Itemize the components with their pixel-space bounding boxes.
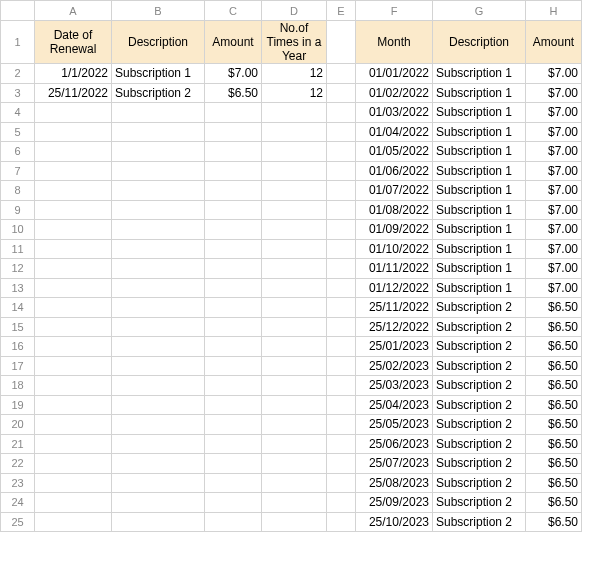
cell-A18[interactable]	[35, 376, 112, 396]
cell-C20[interactable]	[205, 415, 262, 435]
cell-C13[interactable]	[205, 278, 262, 298]
cell-B9[interactable]	[112, 200, 205, 220]
row-header[interactable]: 17	[1, 356, 35, 376]
cell-B11[interactable]	[112, 239, 205, 259]
cell-G19[interactable]: Subscription 2	[433, 395, 526, 415]
cell-D25[interactable]	[262, 512, 327, 532]
cell-B24[interactable]	[112, 493, 205, 513]
cell-D20[interactable]	[262, 415, 327, 435]
cell-D2[interactable]: 12	[262, 64, 327, 84]
cell-E4[interactable]	[327, 103, 356, 123]
col-header-H[interactable]: H	[526, 1, 582, 21]
cell-H11[interactable]: $7.00	[526, 239, 582, 259]
cell-B5[interactable]	[112, 122, 205, 142]
cell-F11[interactable]: 01/10/2022	[356, 239, 433, 259]
cell-D22[interactable]	[262, 454, 327, 474]
cell-F18[interactable]: 25/03/2023	[356, 376, 433, 396]
cell-E21[interactable]	[327, 434, 356, 454]
cell-F17[interactable]: 25/02/2023	[356, 356, 433, 376]
cell-F3[interactable]: 01/02/2022	[356, 83, 433, 103]
cell-D23[interactable]	[262, 473, 327, 493]
cell-H5[interactable]: $7.00	[526, 122, 582, 142]
cell-C3[interactable]: $6.50	[205, 83, 262, 103]
cell-E11[interactable]	[327, 239, 356, 259]
cell-F14[interactable]: 25/11/2022	[356, 298, 433, 318]
cell-H10[interactable]: $7.00	[526, 220, 582, 240]
cell-G23[interactable]: Subscription 2	[433, 473, 526, 493]
cell-A20[interactable]	[35, 415, 112, 435]
cell-C23[interactable]	[205, 473, 262, 493]
spreadsheet-grid[interactable]: A B C D E F G H 1Date of RenewalDescript…	[0, 0, 582, 532]
cell-G24[interactable]: Subscription 2	[433, 493, 526, 513]
cell-A9[interactable]	[35, 200, 112, 220]
cell-E22[interactable]	[327, 454, 356, 474]
cell-C17[interactable]	[205, 356, 262, 376]
cell-C5[interactable]	[205, 122, 262, 142]
cell-A2[interactable]: 1/1/2022	[35, 64, 112, 84]
row-header[interactable]: 23	[1, 473, 35, 493]
cell-A19[interactable]	[35, 395, 112, 415]
cell-E5[interactable]	[327, 122, 356, 142]
cell-F2[interactable]: 01/01/2022	[356, 64, 433, 84]
cell-G1[interactable]: Description	[433, 21, 526, 64]
cell-G22[interactable]: Subscription 2	[433, 454, 526, 474]
cell-F5[interactable]: 01/04/2022	[356, 122, 433, 142]
cell-G18[interactable]: Subscription 2	[433, 376, 526, 396]
cell-F8[interactable]: 01/07/2022	[356, 181, 433, 201]
row-header[interactable]: 9	[1, 200, 35, 220]
cell-D11[interactable]	[262, 239, 327, 259]
cell-B22[interactable]	[112, 454, 205, 474]
cell-D9[interactable]	[262, 200, 327, 220]
cell-C15[interactable]	[205, 317, 262, 337]
cell-G6[interactable]: Subscription 1	[433, 142, 526, 162]
cell-B6[interactable]	[112, 142, 205, 162]
cell-A13[interactable]	[35, 278, 112, 298]
cell-C12[interactable]	[205, 259, 262, 279]
cell-D18[interactable]	[262, 376, 327, 396]
cell-H8[interactable]: $7.00	[526, 181, 582, 201]
cell-B4[interactable]	[112, 103, 205, 123]
cell-A4[interactable]	[35, 103, 112, 123]
cell-E10[interactable]	[327, 220, 356, 240]
cell-G17[interactable]: Subscription 2	[433, 356, 526, 376]
cell-F15[interactable]: 25/12/2022	[356, 317, 433, 337]
cell-A16[interactable]	[35, 337, 112, 357]
row-header[interactable]: 8	[1, 181, 35, 201]
cell-B14[interactable]	[112, 298, 205, 318]
cell-E12[interactable]	[327, 259, 356, 279]
cell-H2[interactable]: $7.00	[526, 64, 582, 84]
cell-C1[interactable]: Amount	[205, 21, 262, 64]
cell-E25[interactable]	[327, 512, 356, 532]
cell-G15[interactable]: Subscription 2	[433, 317, 526, 337]
row-header[interactable]: 13	[1, 278, 35, 298]
cell-A25[interactable]	[35, 512, 112, 532]
cell-H3[interactable]: $7.00	[526, 83, 582, 103]
cell-F23[interactable]: 25/08/2023	[356, 473, 433, 493]
cell-H23[interactable]: $6.50	[526, 473, 582, 493]
row-header[interactable]: 22	[1, 454, 35, 474]
row-header[interactable]: 2	[1, 64, 35, 84]
cell-E14[interactable]	[327, 298, 356, 318]
cell-F4[interactable]: 01/03/2022	[356, 103, 433, 123]
cell-C4[interactable]	[205, 103, 262, 123]
row-header[interactable]: 16	[1, 337, 35, 357]
cell-F19[interactable]: 25/04/2023	[356, 395, 433, 415]
cell-B7[interactable]	[112, 161, 205, 181]
cell-H18[interactable]: $6.50	[526, 376, 582, 396]
cell-D10[interactable]	[262, 220, 327, 240]
cell-F13[interactable]: 01/12/2022	[356, 278, 433, 298]
cell-H19[interactable]: $6.50	[526, 395, 582, 415]
row-header[interactable]: 1	[1, 21, 35, 64]
cell-A6[interactable]	[35, 142, 112, 162]
cell-F25[interactable]: 25/10/2023	[356, 512, 433, 532]
cell-E16[interactable]	[327, 337, 356, 357]
cell-E24[interactable]	[327, 493, 356, 513]
cell-C19[interactable]	[205, 395, 262, 415]
cell-B12[interactable]	[112, 259, 205, 279]
row-header[interactable]: 4	[1, 103, 35, 123]
cell-H17[interactable]: $6.50	[526, 356, 582, 376]
col-header-C[interactable]: C	[205, 1, 262, 21]
cell-D15[interactable]	[262, 317, 327, 337]
cell-C25[interactable]	[205, 512, 262, 532]
cell-C10[interactable]	[205, 220, 262, 240]
